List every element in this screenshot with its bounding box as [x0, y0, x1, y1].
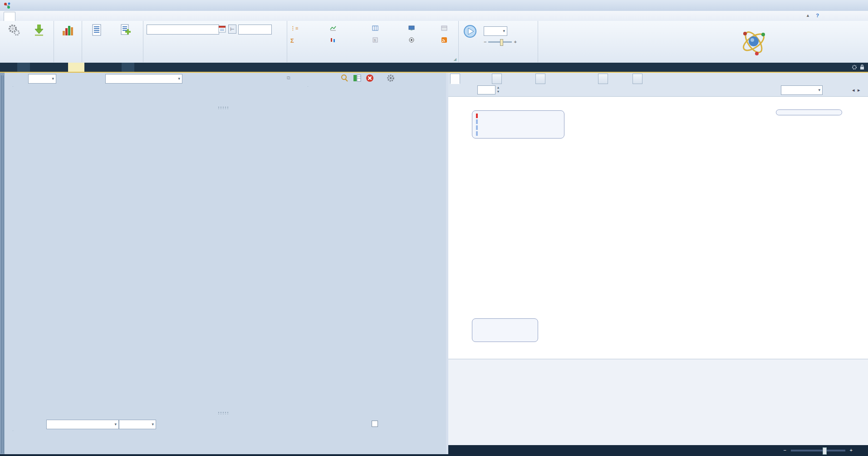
time-toggle-icon[interactable]: ⊢ [228, 25, 236, 34]
play-button[interactable] [461, 25, 479, 40]
monitor-dock-button[interactable] [408, 37, 417, 43]
exp-live-field[interactable] [238, 25, 272, 35]
ribbon-group-accounts [0, 21, 54, 62]
optionnet-explorer-window: { "window":{"title":"OptionNET Explorer"… [0, 0, 868, 456]
chart-zoom-bar: − + [448, 445, 868, 456]
tab-analysis-cl[interactable] [17, 63, 30, 72]
rss-feed-button[interactable] [441, 37, 450, 43]
splitter-grip-bottom[interactable] [218, 411, 230, 414]
speed-plus[interactable]: + [514, 39, 516, 45]
projection-date-select[interactable]: ▾ [781, 85, 823, 95]
trade-analysis-mode-select[interactable]: ▾ [46, 420, 119, 429]
export-columns-icon[interactable] [353, 74, 361, 82]
commit-trade-button[interactable] [110, 24, 142, 38]
import-button[interactable] [27, 24, 51, 38]
calendar-icon[interactable] [218, 25, 226, 33]
gear-icon [7, 24, 20, 36]
settings-button[interactable] [2, 24, 25, 38]
greeks-table [448, 359, 868, 446]
menu-home[interactable] [4, 12, 15, 21]
trade-analysis-section: ▾ ▾ [5, 419, 446, 456]
tab-risk-chart[interactable] [450, 74, 460, 84]
vol-adjust-spinner[interactable]: ▲▼ [495, 85, 501, 94]
projection-next-icon[interactable]: ▸ [858, 87, 860, 93]
price-chart-button[interactable] [330, 37, 338, 43]
position-legend [472, 110, 564, 139]
reports-button[interactable] [56, 24, 79, 38]
tab-movement-analysis[interactable] [535, 74, 545, 84]
comments-box [776, 109, 842, 115]
option-chain-button[interactable] [372, 25, 381, 31]
projection-dates-legend [472, 318, 538, 342]
ribbon-group-windows: ⋮≡ Σ $ ◢ [287, 21, 459, 62]
vol-adjust-input[interactable] [477, 85, 495, 94]
option-chain-icon [372, 25, 378, 31]
interval-select[interactable]: ▾ [484, 26, 507, 36]
orders-button: $ [372, 37, 381, 43]
trade-analysis-auto-select[interactable]: ▾ [119, 420, 156, 429]
ribbon-group-reports [54, 21, 82, 62]
tab-analysis-spx[interactable] [68, 63, 84, 72]
zoom-in-icon[interactable]: + [850, 447, 853, 453]
close-button[interactable] [852, 1, 865, 10]
sigma-icon: Σ [290, 37, 294, 44]
risk-chart-icon [330, 25, 336, 31]
strategy-select[interactable]: ▾ [105, 74, 182, 84]
menu-tools[interactable] [67, 12, 78, 21]
title-bar [0, 0, 868, 11]
window-bottom-edge [0, 454, 448, 456]
speed-slider[interactable] [488, 41, 512, 43]
risk-chart-area[interactable] [448, 96, 868, 359]
document-plus-icon [119, 24, 132, 36]
left-edge-strip [0, 73, 5, 456]
monitor-dock-icon [408, 37, 415, 43]
projection-prev-icon[interactable]: ◂ [852, 87, 855, 93]
position-stats-table [308, 86, 308, 87]
risk-chart-button[interactable] [330, 25, 338, 31]
analysis-button[interactable]: Σ [290, 37, 296, 44]
monitor-grid-button[interactable] [408, 25, 417, 31]
lock-icon [860, 64, 864, 70]
realized-swatch [476, 114, 478, 118]
datetime-input[interactable] [147, 25, 219, 35]
quote-table [13, 86, 13, 87]
ribbon-group-tradelog [82, 21, 143, 62]
minimize-button[interactable] [820, 1, 834, 10]
tab-statistics-fundamentals[interactable] [633, 74, 642, 84]
menu-support[interactable] [89, 12, 100, 21]
watchlist-button[interactable]: ⋮≡ [290, 25, 300, 31]
zoom-out-icon[interactable]: − [784, 447, 786, 453]
pin-icon[interactable]: ▲ [806, 13, 810, 18]
option-chain [5, 108, 446, 419]
search-icon[interactable] [340, 74, 348, 82]
tab-price-chart[interactable] [492, 74, 502, 84]
import-arrow-icon [33, 24, 45, 36]
analysis-panel: ▾ ▾ ⧉ ▾ ▾ [5, 73, 446, 456]
ribbon: ⊢ ⋮≡ Σ [0, 21, 868, 63]
document-tab-strip [0, 63, 868, 72]
symbol-select[interactable]: ▾ [28, 74, 56, 84]
close-position-icon[interactable] [366, 74, 374, 82]
maximize-button[interactable] [836, 1, 850, 10]
play-icon [463, 25, 477, 38]
price-chart-icon [330, 37, 336, 43]
account-gear-icon[interactable] [852, 64, 857, 70]
ignore-trades-checkbox[interactable] [372, 421, 378, 428]
trade-log-button[interactable] [83, 24, 110, 38]
tab-analysis-slv[interactable] [122, 63, 134, 72]
app-icon [4, 2, 11, 9]
menu-bar: ▲ ? [0, 11, 868, 21]
earnings-icon [441, 25, 447, 31]
chain-settings-gear-icon[interactable] [387, 74, 395, 82]
splitter-grip[interactable] [218, 106, 230, 109]
speed-minus[interactable]: − [484, 39, 486, 45]
group-expand-icon[interactable]: ◢ [454, 57, 456, 61]
help-icon[interactable]: ? [816, 13, 819, 18]
rss-icon [441, 37, 447, 43]
risk-chart-controls: ▲▼ ▾ ◂ ▸ [448, 84, 868, 96]
ribbon-logo-area [538, 21, 868, 62]
document-icon [90, 24, 103, 36]
menu-configuration[interactable] [28, 12, 39, 21]
zoom-slider[interactable] [791, 450, 845, 451]
tab-volatility[interactable] [598, 74, 608, 84]
